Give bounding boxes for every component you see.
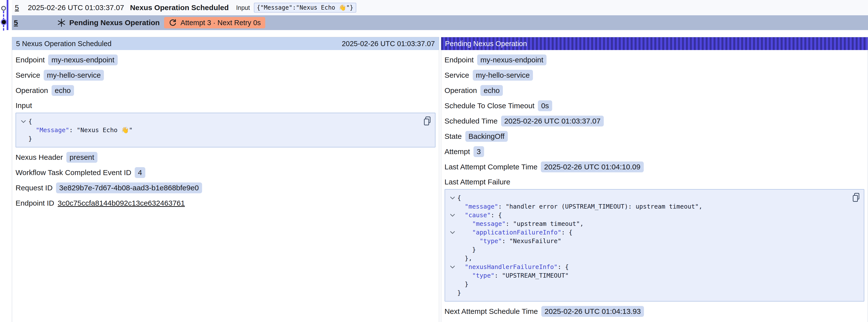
field-value-badge: my-nexus-endpoint [48, 55, 118, 65]
field-value-badge: my-hello-service [473, 70, 533, 80]
field-value-badge: BackingOff [465, 131, 508, 142]
json-line-text: } [458, 245, 476, 254]
json-line: }, [447, 254, 849, 263]
json-line-text: "type": "NexusFailure" [458, 237, 561, 245]
field-label: Schedule To Close Timeout [444, 102, 535, 110]
field-value-link[interactable]: 3c0c75ccfa8144b092c13ce632463761 [58, 198, 185, 208]
pending-asterisk-icon [57, 18, 66, 27]
json-line: "nexusHandlerFailureInfo": { [447, 263, 849, 271]
json-line: "type": "NexusFailure" [447, 237, 849, 245]
json-line-text: { [458, 194, 461, 202]
json-line: "cause": { [447, 211, 849, 219]
field-label: Workflow Task Completed Event ID [16, 168, 131, 177]
json-line-text: "type": "UPSTREAM_TIMEOUT" [458, 271, 569, 280]
json-line: { [447, 194, 849, 202]
field-value-badge: my-hello-service [44, 70, 104, 80]
attempt-retry-text: Attempt 3 · Next Retry 0s [180, 19, 261, 27]
chevron-down-icon[interactable] [447, 211, 458, 219]
json-viewer: { "Message": "Nexus Echo 👋"} [16, 113, 435, 148]
pending-operation-panel-title: Pending Nexus Operation [445, 40, 527, 48]
chevron-down-icon[interactable] [447, 228, 458, 237]
field-label: Operation [16, 86, 48, 95]
field-value-badge: 2025-02-26 UTC 01:03:37.07 [501, 116, 604, 127]
json-line: "message": "upstream timeout", [447, 219, 849, 228]
json-line: "Message": "Nexus Echo 👋" [19, 126, 420, 134]
field-label: Last Attempt Complete Time [444, 163, 538, 171]
timeline-active-bar [7, 0, 8, 30]
section-label-last-attempt-failure: Last Attempt Failure [444, 178, 865, 186]
json-line-text: "message": "upstream timeout", [458, 219, 584, 228]
field-row-schedule-to-close-timeout: Schedule To Close Timeout0s [444, 100, 865, 111]
event-id-link[interactable]: 5 [15, 3, 19, 12]
chevron-down-icon[interactable] [447, 194, 458, 202]
field-value-badge: 2025-02-26 UTC 01:04:10.09 [541, 161, 644, 172]
json-line-gutter [447, 271, 458, 280]
field-label: Next Attempt Schedule Time [444, 307, 538, 316]
json-line: "message": "handler error (UPSTREAM_TIME… [447, 202, 849, 211]
event-detail-panel-title: 5 Nexus Operation Scheduled [16, 40, 112, 48]
field-row-state: StateBackingOff [444, 131, 865, 142]
field-label: Service [16, 71, 40, 79]
copy-icon[interactable] [423, 116, 432, 126]
field-row-service: Servicemy-hello-service [444, 70, 865, 80]
event-detail-panel-timestamp: 2025-02-26 UTC 01:03:37.07 [342, 40, 435, 48]
field-value-badge: present [66, 152, 97, 163]
field-label: Nexus Header [16, 153, 63, 161]
field-row-next-attempt-schedule-time: Next Attempt Schedule Time2025-02-26 UTC… [444, 306, 865, 317]
json-line-text: }, [458, 254, 472, 263]
json-line: } [19, 134, 420, 143]
event-timestamp: 2025-02-26 UTC 01:03:37.07 [28, 3, 124, 12]
json-line: { [19, 117, 420, 126]
field-label: State [444, 132, 462, 140]
pending-event-id-link[interactable]: 5 [14, 19, 18, 27]
pending-operation-panel-content: Endpointmy-nexus-endpointServicemy-hello… [441, 55, 868, 317]
field-label: Attempt [444, 148, 470, 156]
event-summary-row[interactable]: 5 2025-02-26 UTC 01:03:37.07 Nexus Opera… [12, 0, 868, 15]
json-line-gutter [19, 134, 28, 143]
field-row-request-id: Request ID3e829b7e-7d67-4b08-aad3-b1e868… [16, 183, 435, 193]
field-row-endpoint: Endpointmy-nexus-endpoint [16, 55, 435, 65]
field-value-badge: my-nexus-endpoint [477, 55, 547, 65]
field-row-operation: Operationecho [16, 85, 435, 96]
field-row-nexus-header: Nexus Headerpresent [16, 152, 435, 163]
section-label-input: Input [16, 101, 435, 110]
json-line-text: "Message": "Nexus Echo 👋" [28, 126, 133, 134]
field-value-badge: 2025-02-26 UTC 01:04:13.93 [541, 306, 644, 317]
field-row-scheduled-time: Scheduled Time2025-02-26 UTC 01:03:37.07 [444, 116, 865, 127]
event-detail-panel: 5 Nexus Operation Scheduled 2025-02-26 U… [12, 37, 439, 322]
json-line-gutter [447, 245, 458, 254]
field-label: Operation [444, 86, 477, 95]
json-line: "applicationFailureInfo": { [447, 228, 849, 237]
field-value-badge: echo [52, 85, 74, 96]
pending-operation-panel-header: Pending Nexus Operation [441, 37, 868, 50]
field-label: Endpoint ID [16, 199, 54, 207]
chevron-down-icon[interactable] [19, 117, 28, 126]
field-value-badge: echo [480, 85, 503, 96]
copy-icon[interactable] [852, 193, 860, 202]
json-line-text: } [458, 280, 469, 288]
field-row-endpoint-id: Endpoint ID3c0c75ccfa8144b092c13ce632463… [16, 198, 435, 208]
json-line-text: "message": "handler error (UPSTREAM_TIME… [458, 202, 703, 211]
event-input-preview-chip: {"Message":"Nexus Echo 👋"} [254, 3, 356, 12]
event-title: Nexus Operation Scheduled [130, 3, 229, 12]
chevron-down-icon[interactable] [447, 263, 458, 271]
retry-icon [168, 19, 177, 27]
field-label: Endpoint [444, 56, 474, 64]
field-row-last-attempt-complete-time: Last Attempt Complete Time2025-02-26 UTC… [444, 161, 865, 172]
field-label: Scheduled Time [444, 117, 498, 125]
pending-operation-row[interactable]: 5 Pending Nexus Operation Attempt 3 · Ne… [12, 15, 868, 30]
field-row-endpoint: Endpointmy-nexus-endpoint [444, 55, 865, 65]
field-row-operation: Operationecho [444, 85, 865, 96]
event-detail-panel-header: 5 Nexus Operation Scheduled 2025-02-26 U… [12, 37, 439, 50]
field-value-badge: 3e829b7e-7d67-4b08-aad3-b1e868bfe9e0 [56, 183, 202, 193]
json-line-text: } [28, 134, 32, 143]
pending-operation-title: Pending Nexus Operation [69, 19, 160, 27]
json-viewer: { "message": "handler error (UPSTREAM_TI… [444, 189, 865, 301]
json-line-gutter [447, 202, 458, 211]
field-label: Request ID [16, 184, 53, 192]
json-line-text: "nexusHandlerFailureInfo": { [458, 263, 569, 271]
json-line: } [447, 288, 849, 297]
json-line-text: } [458, 288, 461, 297]
field-row-service: Servicemy-hello-service [16, 70, 435, 80]
json-line-text: { [28, 117, 32, 126]
